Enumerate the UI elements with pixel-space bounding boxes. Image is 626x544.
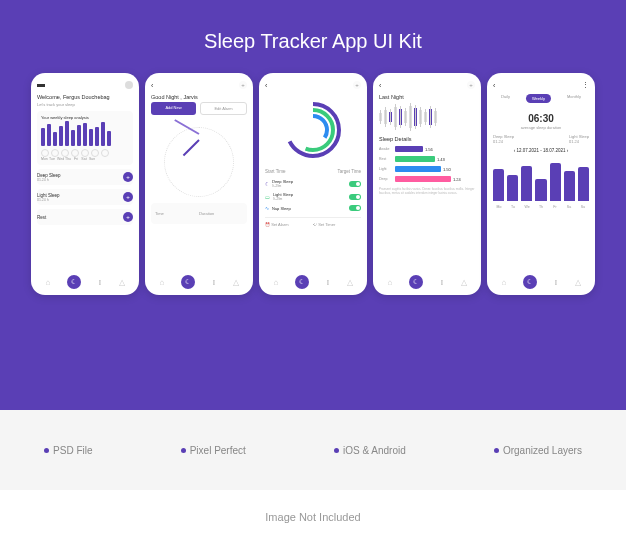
rest-row[interactable]: Rest + (37, 209, 133, 225)
menu-icon[interactable] (37, 84, 45, 87)
edit-alarm-button[interactable]: Edit Alarm (200, 102, 247, 115)
back-icon[interactable]: ‹ (493, 82, 495, 89)
add-new-button[interactable]: Add New (151, 102, 196, 115)
nav-stats-icon[interactable]: ⫿ (98, 278, 102, 287)
plus-icon[interactable]: + (239, 81, 247, 89)
features-row: PSD File Pixel Perfect iOS & Android Org… (0, 410, 626, 490)
bottom-nav: ⌂ ☾ ⫿ △ (265, 275, 361, 289)
add-icon[interactable]: + (123, 172, 133, 182)
day-labels: MonTueWedThuFriSatSun (41, 157, 129, 161)
avg-label: average sleep duration (493, 125, 589, 130)
analog-clock[interactable] (164, 127, 234, 197)
set-timer-button[interactable]: ⏱ Set Timer (313, 222, 361, 227)
welcome-sub: Let's track your sleep (37, 102, 133, 107)
set-alarm-button[interactable]: ⏰ Set Alarm (265, 222, 313, 227)
feature-item: iOS & Android (334, 445, 406, 456)
nav-user-icon[interactable]: △ (461, 278, 467, 287)
details-title: Sleep Details (379, 136, 475, 142)
nav-user-icon[interactable]: △ (233, 278, 239, 287)
nav-home-icon[interactable]: ⌂ (273, 278, 278, 287)
back-icon[interactable]: ‹ (151, 82, 153, 89)
phone-row: Welcome, Fergus Douchebag Let's track yo… (20, 73, 606, 295)
weekly-bar-chart (41, 120, 129, 146)
day-labels: MoTuWeThFrSaSu (493, 205, 589, 209)
light-sleep-row[interactable]: Light Sleep01.24 h + (37, 189, 133, 205)
tab-monthly[interactable]: Monthly (567, 94, 581, 103)
screen-dashboard: Welcome, Fergus Douchebag Let's track yo… (31, 73, 139, 295)
sleep-ring-chart (283, 100, 343, 160)
weekly-duration-chart (493, 161, 589, 201)
light-bar (395, 166, 441, 172)
screen-details: ‹ + Last Night Sleep Details Awake1.56 R… (373, 73, 481, 295)
more-icon[interactable]: ⋮ (582, 81, 589, 89)
plus-icon[interactable]: + (467, 81, 475, 89)
period-tabs: Daily Weekly Monthly (493, 94, 589, 103)
add-icon[interactable]: + (123, 212, 133, 222)
nav-user-icon[interactable]: △ (347, 278, 353, 287)
rest-bar (395, 156, 435, 162)
wave-icon: ∿ (265, 205, 269, 211)
date-range: ‹ 12.07.2021 - 18.07.2021 › (493, 148, 589, 153)
bottom-nav: ⌂ ☾ ⫿ △ (151, 275, 247, 289)
bottom-nav: ⌂ ☾ ⫿ △ (379, 275, 475, 289)
nav-moon-icon[interactable]: ☾ (181, 275, 195, 289)
toggle-switch[interactable] (349, 181, 361, 187)
nav-user-icon[interactable]: △ (575, 278, 581, 287)
nav-moon-icon[interactable]: ☾ (295, 275, 309, 289)
feature-item: Pixel Perfect (181, 445, 246, 456)
toggle-switch[interactable] (349, 194, 361, 200)
candle-chart (379, 102, 475, 132)
nav-moon-icon[interactable]: ☾ (523, 275, 537, 289)
bottom-nav: ⌂ ☾ ⫿ △ (37, 275, 133, 289)
nap-toggle-row: ∿ Nap Sleep (265, 203, 361, 213)
screen-ring: ‹ + Start TimeTarget Time ☾ Deep Sleep9.… (259, 73, 367, 295)
screen-clock: ‹ + Good Night , Jarvis Add New Edit Ala… (145, 73, 253, 295)
light-toggle-row: ▭ Light Sleep9.-29m (265, 190, 361, 203)
day-circles (41, 149, 129, 157)
analysis-card: Your weekly sleep analysis MonTueWedThuF… (37, 111, 133, 165)
nav-stats-icon[interactable]: ⫿ (212, 278, 216, 287)
deep-toggle-row: ☾ Deep Sleep9.-29m (265, 177, 361, 190)
nav-user-icon[interactable]: △ (119, 278, 125, 287)
tab-weekly[interactable]: Weekly (526, 94, 551, 103)
plus-icon[interactable]: + (353, 81, 361, 89)
last-night-title: Last Night (379, 94, 475, 100)
hero-section: Sleep Tracker App UI Kit Welcome, Fergus… (0, 0, 626, 410)
avg-time: 06:30 (493, 113, 589, 124)
moon-icon: ☾ (265, 181, 269, 187)
nav-moon-icon[interactable]: ☾ (67, 275, 81, 289)
nav-home-icon[interactable]: ⌂ (501, 278, 506, 287)
tab-daily[interactable]: Daily (501, 94, 510, 103)
avatar[interactable] (125, 81, 133, 89)
nav-home-icon[interactable]: ⌂ (45, 278, 50, 287)
nav-stats-icon[interactable]: ⫿ (326, 278, 330, 287)
bottom-nav: ⌂ ☾ ⫿ △ (493, 275, 589, 289)
time-duration-card: TimeDuration (151, 203, 247, 224)
feature-item: PSD File (44, 445, 92, 456)
deep-bar (395, 176, 451, 182)
toggle-switch[interactable] (349, 205, 361, 211)
nav-stats-icon[interactable]: ⫿ (554, 278, 558, 287)
deep-sleep-row[interactable]: Deep Sleep01.24 h + (37, 169, 133, 185)
nav-home-icon[interactable]: ⌂ (159, 278, 164, 287)
awake-bar (395, 146, 423, 152)
add-icon[interactable]: + (123, 192, 133, 202)
footer-note: Image Not Included (0, 490, 626, 544)
screen-stats: ‹ ⋮ Daily Weekly Monthly 06:30 average s… (487, 73, 595, 295)
nav-stats-icon[interactable]: ⫿ (440, 278, 444, 287)
feature-item: Organized Layers (494, 445, 582, 456)
back-icon[interactable]: ‹ (265, 82, 267, 89)
nav-moon-icon[interactable]: ☾ (409, 275, 423, 289)
bed-icon: ▭ (265, 194, 270, 200)
kit-title: Sleep Tracker App UI Kit (20, 30, 606, 53)
greeting: Good Night , Jarvis (151, 94, 247, 100)
back-icon[interactable]: ‹ (379, 82, 381, 89)
svg-point-2 (299, 116, 327, 144)
welcome-text: Welcome, Fergus Douchebag (37, 94, 133, 100)
lorem-text: Praesent sagittis facilisis varius. Done… (379, 187, 475, 195)
nav-home-icon[interactable]: ⌂ (387, 278, 392, 287)
